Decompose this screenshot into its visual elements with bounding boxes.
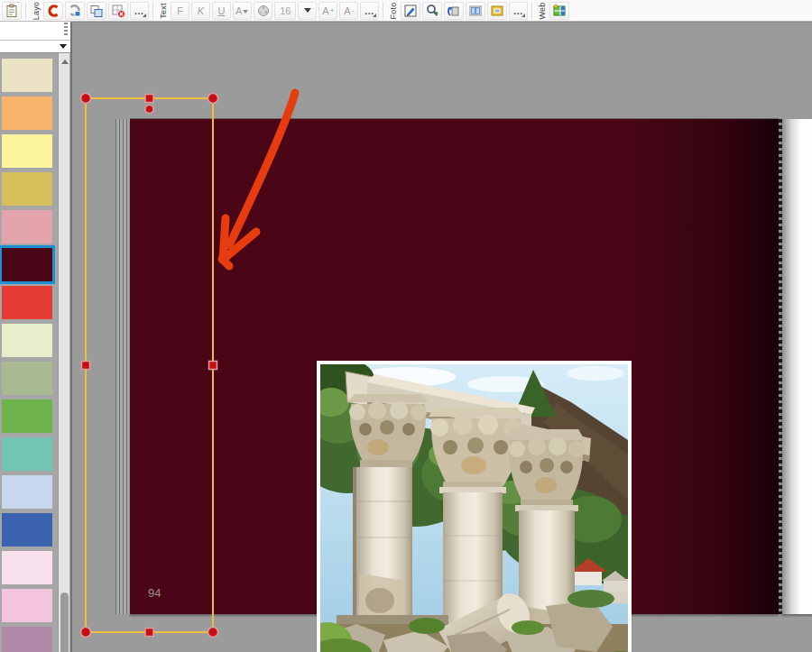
color-swatch-blue[interactable]	[2, 513, 52, 546]
web-grid-icon	[552, 4, 567, 18]
page-number: 94	[148, 586, 161, 600]
selection-handle-top-left	[81, 94, 91, 104]
photo-search-button[interactable]	[422, 2, 442, 20]
color-swatch-sage[interactable]	[2, 362, 52, 395]
paste-button[interactable]	[2, 2, 22, 20]
font-color-button[interactable]: A	[233, 2, 252, 20]
photo-frame-button[interactable]	[487, 2, 507, 20]
photo-rotate-icon	[447, 4, 461, 18]
selection-handle-top	[145, 95, 153, 103]
selection-rotate-handle	[145, 106, 153, 114]
toolbar-separator	[25, 3, 26, 19]
color-swatch-maroon[interactable]	[2, 248, 52, 281]
delete-frame-icon	[111, 4, 125, 18]
selection-handle-bottom	[145, 629, 153, 637]
panel-grip-handle[interactable]	[64, 23, 68, 37]
delete-frame-button[interactable]	[108, 2, 128, 20]
page-stack-edge	[115, 119, 130, 614]
photo-group-label: Foto	[387, 1, 399, 21]
main-toolbar: Layo	[0, 0, 812, 22]
color-swatch-teal[interactable]	[2, 437, 52, 471]
swatch-list	[0, 59, 54, 652]
font-size-dropdown[interactable]	[298, 2, 317, 20]
underline-button[interactable]: U	[212, 2, 231, 20]
color-swatch-green[interactable]	[2, 399, 52, 433]
font-decrease-button[interactable]: A-	[339, 2, 358, 20]
palette-select[interactable]	[0, 40, 70, 53]
book-page-left[interactable]: 94	[130, 119, 779, 614]
color-palette-panel	[0, 22, 70, 652]
web-grid-button[interactable]	[549, 2, 569, 20]
web-group-label: Web	[536, 1, 548, 21]
text-more-button[interactable]: …	[360, 2, 379, 20]
layout-columns-button[interactable]	[466, 2, 485, 20]
layout-columns-icon	[468, 4, 483, 18]
text-group-label: Text	[157, 1, 169, 21]
arrange-button[interactable]	[87, 2, 106, 20]
photo-frame-icon	[490, 4, 504, 18]
toolbar-separator	[152, 3, 153, 19]
columns-photo	[320, 364, 628, 652]
arrange-icon	[89, 4, 104, 18]
editor-canvas[interactable]: 94	[70, 22, 812, 652]
redo-button[interactable]	[65, 2, 85, 20]
font-color-caret-icon	[242, 7, 249, 14]
selection-handle-left	[82, 362, 90, 370]
toolbar-separator	[383, 3, 383, 19]
photo-edit-icon	[403, 4, 418, 18]
color-swatch-mauve[interactable]	[2, 627, 52, 652]
color-swatch-light-yellow[interactable]	[2, 134, 52, 168]
selection-handle-top-right	[208, 94, 218, 104]
scrollbar-thumb[interactable]	[60, 592, 69, 652]
book-page-right[interactable]	[782, 119, 812, 614]
combo-caret-icon	[59, 43, 67, 51]
photo-edit-button[interactable]	[401, 2, 420, 20]
color-wheel-button[interactable]	[254, 2, 272, 20]
selection-handle-bottom-left	[81, 628, 91, 638]
color-swatch-cream[interactable]	[2, 59, 52, 92]
layout-group-label: Layo	[30, 1, 42, 21]
photo-rotate-button[interactable]	[444, 2, 464, 20]
scroll-up-icon[interactable]	[61, 60, 69, 64]
color-swatch-rose[interactable]	[2, 210, 52, 243]
photo-more-button[interactable]: …	[509, 2, 528, 20]
font-size-value[interactable]: 16	[274, 2, 296, 20]
redo-icon	[68, 4, 82, 18]
undo-icon	[46, 4, 60, 18]
color-swatch-orange[interactable]	[2, 96, 52, 130]
color-swatch-light-blue[interactable]	[2, 475, 52, 509]
color-swatch-red[interactable]	[2, 286, 52, 319]
font-increase-button[interactable]: A+	[318, 2, 337, 20]
selection-handle-right	[209, 362, 217, 370]
color-swatch-gold[interactable]	[2, 172, 52, 206]
selection-handle-bottom-right	[208, 628, 218, 638]
color-swatch-pale-pink[interactable]	[2, 551, 52, 584]
photo-search-icon	[425, 4, 439, 18]
color-swatch-pink[interactable]	[2, 589, 52, 622]
layout-more-button[interactable]: …	[130, 2, 149, 20]
paste-icon	[5, 4, 19, 18]
placed-photo[interactable]	[317, 361, 632, 652]
color-wheel-icon	[257, 5, 270, 17]
italic-button[interactable]: K	[191, 2, 210, 20]
undo-button[interactable]	[43, 2, 63, 20]
bold-button[interactable]: F	[171, 2, 189, 20]
toolbar-separator	[531, 3, 532, 19]
color-swatch-pale-green[interactable]	[2, 324, 52, 357]
photobook-editor-window: Layo	[0, 0, 812, 652]
swatch-area	[0, 53, 70, 652]
palette-scrollbar[interactable]	[58, 53, 69, 652]
